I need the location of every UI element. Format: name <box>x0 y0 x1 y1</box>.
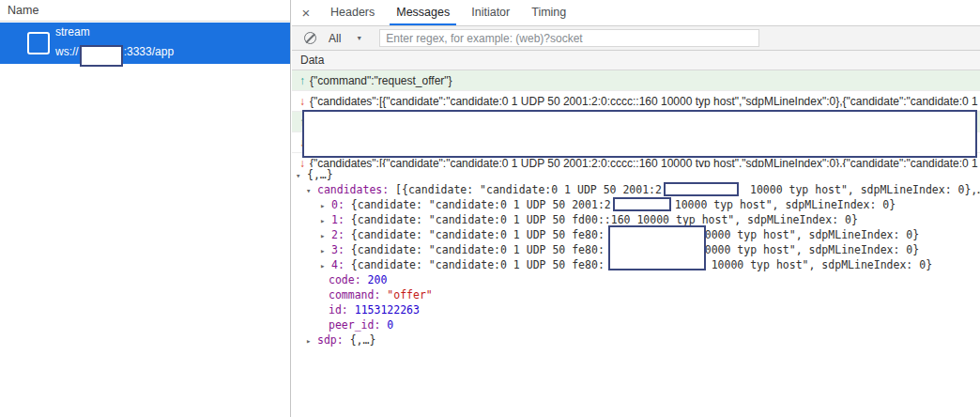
collapsed-triangle-icon[interactable]: ▸ <box>320 213 331 228</box>
clear-messages-icon[interactable] <box>304 32 316 44</box>
tab-bar: × Headers Messages Initiator Timing <box>292 0 980 26</box>
tab-initiator[interactable]: Initiator <box>465 0 516 25</box>
json-value: "offer" <box>387 288 432 301</box>
json-key: candidates: <box>317 183 389 196</box>
tab-messages[interactable]: Messages <box>390 0 456 25</box>
redaction-box-messages <box>302 110 977 158</box>
close-icon[interactable]: × <box>297 4 315 23</box>
json-preview: {candidate: "candidate:0 1 UDP 50 fe80: <box>345 243 605 256</box>
tree-node-command[interactable]: command: "offer" <box>292 287 980 302</box>
message-row-received[interactable]: ↓{"candidates":[{"candidate":"candidate:… <box>292 91 980 112</box>
json-preview: {candidate: "candidate:0 1 UDP 50 fe80: <box>345 228 605 241</box>
json-key: command: <box>329 288 380 301</box>
json-preview: 10000 typ host", sdpMLineIndex: 0} <box>675 198 896 211</box>
json-value: 0 <box>387 318 393 332</box>
json-value: 1153122263 <box>355 303 420 317</box>
tab-timing[interactable]: Timing <box>525 0 573 25</box>
tree-node-id[interactable]: id: 1153122263 <box>292 302 980 317</box>
message-row-sent[interactable]: ↑{"command":"request_offer"} <box>292 70 980 91</box>
json-preview: {candidate: "candidate:0 1 UDP 50 fd00::… <box>345 213 858 226</box>
collapsed-triangle-icon[interactable]: ▸ <box>320 243 331 258</box>
sidebar: Name stream ws://:3333/app <box>0 0 291 417</box>
tree-node-peer-id[interactable]: peer_id: 0 <box>292 317 980 332</box>
message-preview-tree: ▾{,…} ▾candidates: [{candidate: "candida… <box>292 167 980 417</box>
redaction-box-inline <box>613 197 671 211</box>
tree-node-0[interactable]: ▸0: {candidate: "candidate:0 1 UDP 50 20… <box>292 197 980 212</box>
json-key: 3: <box>331 243 345 256</box>
json-key: code: <box>329 273 361 286</box>
sent-arrow-icon: ↑ <box>297 70 308 91</box>
json-key: 2: <box>331 228 345 241</box>
expanded-triangle-icon[interactable]: ▾ <box>306 183 317 198</box>
json-key: peer_id: <box>329 318 380 332</box>
tree-root[interactable]: ▾{,…} <box>292 167 980 182</box>
json-preview: {candidate: "candidate:0 1 UDP 50 fe80: <box>345 258 605 271</box>
json-key: 4: <box>331 258 345 271</box>
tree-node-code[interactable]: code: 200 <box>292 272 980 287</box>
filter-type-dropdown[interactable]: All <box>329 32 341 45</box>
tree-node-candidates[interactable]: ▾candidates: [{candidate: "candidate:0 1… <box>292 182 980 197</box>
json-key: sdp: <box>317 333 344 347</box>
json-value: 200 <box>368 273 388 286</box>
collapsed-triangle-icon[interactable]: ▸ <box>320 198 331 213</box>
json-preview: {candidate: "candidate:0 1 UDP 50 2001:2 <box>345 198 611 211</box>
websocket-resource-icon <box>27 32 50 54</box>
request-row-stream[interactable]: stream ws://:3333/app <box>0 23 290 64</box>
json-preview: 10000 typ host", sdpMLineIndex: 0},…] <box>750 183 980 196</box>
devtools-network-websocket-panel: Name stream ws://:3333/app × Headers Mes… <box>0 0 980 417</box>
json-key: 0: <box>331 198 345 211</box>
request-info: stream ws://:3333/app <box>55 24 174 63</box>
json-key: 1: <box>331 213 345 226</box>
json-preview: 8 10000 typ host", sdpMLineIndex: 0} <box>698 258 932 271</box>
filter-bar: All ▼ <box>292 26 980 51</box>
message-text: {"command":"request_offer"} <box>310 74 452 87</box>
collapsed-triangle-icon[interactable]: ▸ <box>306 333 317 348</box>
json-key: id: <box>329 303 348 317</box>
tab-headers[interactable]: Headers <box>324 0 381 25</box>
collapsed-triangle-icon[interactable]: ▸ <box>320 258 331 273</box>
json-preview: 10000 typ host", sdpMLineIndex: 0} <box>698 228 919 241</box>
request-url: ws://:3333/app <box>55 41 174 63</box>
chevron-down-icon[interactable]: ▼ <box>356 35 362 41</box>
request-name: stream <box>55 25 174 39</box>
tree-node-sdp[interactable]: ▸sdp: {,…} <box>292 332 980 348</box>
regex-filter-input[interactable] <box>379 29 759 47</box>
expanded-triangle-icon[interactable]: ▾ <box>296 168 307 183</box>
redaction-box-tree <box>608 225 706 270</box>
redaction-box-host <box>80 45 123 67</box>
message-text: {"candidates":[{"candidate":"candidate:0… <box>310 95 980 108</box>
json-value: {,…} <box>350 333 376 347</box>
collapsed-triangle-icon[interactable]: ▸ <box>320 228 331 243</box>
request-url-port-path: :3333/app <box>124 44 174 57</box>
root-preview: {,…} <box>307 168 333 181</box>
data-column-header[interactable]: Data <box>292 51 980 70</box>
received-arrow-icon: ↓ <box>297 91 308 112</box>
json-preview: 10000 typ host", sdpMLineIndex: 0} <box>698 243 919 256</box>
redaction-box-inline <box>664 182 739 196</box>
request-url-scheme: ws:// <box>55 44 79 57</box>
json-preview: [{candidate: "candidate:0 1 UDP 50 2001:… <box>389 183 662 196</box>
name-column-header[interactable]: Name <box>0 0 290 22</box>
